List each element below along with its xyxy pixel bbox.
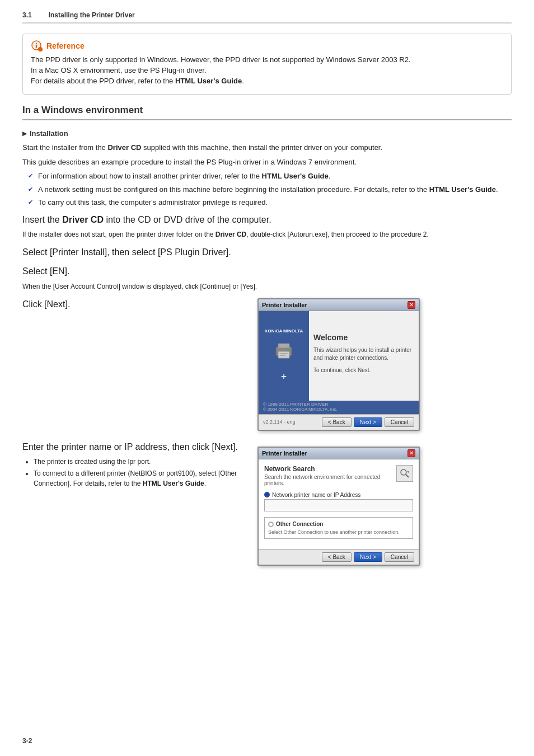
step-3-main: Select [EN].	[22, 265, 512, 278]
section-number: 3.1	[22, 11, 32, 19]
section-heading: In a Windows environment	[22, 105, 512, 120]
network-header-text: Network Search Search the network enviro…	[264, 465, 393, 486]
network-field-area: Network printer name or IP Address	[264, 492, 413, 511]
page-footer: 3-2	[22, 737, 32, 745]
network-heading: Network Search	[264, 465, 393, 473]
reference-heading: Reference	[46, 41, 85, 50]
step-5-left: Enter the printer name or IP address, th…	[22, 441, 257, 493]
network-titlebar: Printer Installer ✕	[259, 448, 419, 459]
welcome-footer: v2.2.114 - eng < Back Next > Cancel	[259, 414, 419, 430]
network-window-title: Printer Installer	[262, 450, 307, 457]
welcome-window-title: Printer Installer	[262, 302, 307, 308]
other-connection-label: Other Connection	[276, 521, 323, 527]
installation-para1: Start the installer from the Driver CD s…	[22, 142, 512, 153]
installation-bullets: For information about how to install ano…	[28, 171, 512, 208]
bullet-item-2: A network setting must be configured on …	[28, 184, 512, 195]
step-5-bullet-2: To connect to a different printer (NetBI…	[34, 468, 246, 489]
welcome-content: KONICA MINOLTA	[259, 311, 419, 401]
network-field-label: Network printer name or IP Address	[272, 492, 360, 498]
welcome-heading: Welcome	[313, 333, 414, 342]
step-5-right: Printer Installer ✕ Network Search Searc…	[257, 441, 512, 566]
step-4-left: Click [Next].	[22, 298, 257, 314]
step-1: Insert the Driver CD into the CD or DVD …	[22, 214, 512, 240]
network-input-field[interactable]	[267, 503, 410, 509]
section-title: Installing the Printer Driver	[49, 11, 135, 19]
bullet-item-3: To carry out this task, the computer's a…	[28, 197, 512, 208]
welcome-text1: This wizard helps you to install a print…	[313, 346, 414, 362]
printer-icon	[273, 339, 295, 365]
network-option-box: Other Connection Select Other Connection…	[264, 517, 413, 539]
network-cancel-button[interactable]: Cancel	[385, 552, 414, 562]
network-buttons: < Back Next > Cancel	[322, 552, 414, 562]
svg-point-1	[36, 43, 37, 44]
network-next-button[interactable]: Next >	[354, 552, 382, 562]
network-subheading: Search the network environment for conne…	[264, 474, 393, 486]
back-button[interactable]: < Back	[322, 417, 352, 427]
welcome-close-button[interactable]: ✕	[407, 301, 415, 309]
welcome-text2: To continue, click Next.	[313, 367, 414, 374]
network-back-button[interactable]: < Back	[322, 552, 352, 562]
network-search-icon	[396, 465, 413, 482]
welcome-buttons: < Back Next > Cancel	[322, 417, 414, 427]
reference-icon	[31, 40, 43, 52]
copyright-line1: © 1998-2011 PRINTER DRIVER	[263, 402, 414, 407]
other-connection-sub: Select Other Connection to use another p…	[268, 529, 409, 535]
step-2: Select [Printer Install], then select [P…	[22, 246, 512, 259]
welcome-left-panel: KONICA MINOLTA	[259, 311, 309, 401]
ref-line-1: The PPD driver is only supported in Wind…	[31, 55, 503, 64]
page: 3.1 Installing the Printer Driver Refere…	[0, 0, 534, 756]
svg-rect-9	[280, 353, 288, 354]
network-close-button[interactable]: ✕	[407, 449, 415, 457]
reference-body: The PPD driver is only supported in Wind…	[31, 55, 503, 85]
cancel-button[interactable]: Cancel	[385, 417, 414, 427]
welcome-right-panel: Welcome This wizard helps you to install…	[309, 311, 419, 401]
ref-line-2: In a Mac OS X environment, use the PS Pl…	[31, 66, 503, 74]
network-body: Network Search Search the network enviro…	[259, 459, 419, 549]
brand-logo: KONICA MINOLTA	[265, 328, 303, 334]
copyright-area: © 1998-2011 PRINTER DRIVER © 2004-2011 K…	[259, 401, 419, 414]
network-radio-2[interactable]	[268, 522, 274, 527]
welcome-window: Printer Installer ✕ KONICA MINOLTA	[257, 298, 420, 431]
reference-box: Reference The PPD driver is only support…	[22, 34, 512, 95]
bullet-item-1: For information about how to install ano…	[28, 171, 512, 182]
welcome-titlebar: Printer Installer ✕	[259, 299, 419, 311]
version-label: v2.2.114 - eng	[263, 419, 296, 425]
step-5: Enter the printer name or IP address, th…	[22, 441, 512, 566]
step-4: Click [Next]. Printer Installer ✕ KONICA…	[22, 298, 512, 431]
network-header-row: Network Search Search the network enviro…	[264, 465, 413, 486]
step-5-bullets: The printer is created using the lpr por…	[34, 457, 246, 489]
svg-marker-13	[407, 471, 409, 473]
svg-point-8	[287, 349, 289, 351]
step-1-main: Insert the Driver CD into the CD or DVD …	[22, 214, 512, 226]
step-1-sub: If the installer does not start, open th…	[22, 229, 512, 240]
reference-title-row: Reference	[31, 40, 503, 52]
ref-line-3: For details about the PPD driver, refer …	[31, 77, 503, 85]
step-5-main: Enter the printer name or IP address, th…	[22, 441, 246, 453]
installation-subheading: Installation	[22, 129, 512, 138]
svg-rect-10	[280, 355, 285, 356]
network-input-box	[264, 499, 413, 511]
page-number: 3-2	[22, 737, 32, 745]
network-radio-row-2: Other Connection	[268, 521, 409, 528]
next-button[interactable]: Next >	[354, 417, 382, 427]
step-3: Select [EN]. When the [User Account Cont…	[22, 265, 512, 291]
step-5-bullet-1: The printer is created using the lpr por…	[34, 457, 246, 467]
svg-point-11	[401, 469, 406, 475]
step-3-sub: When the [User Account Control] window i…	[22, 281, 512, 292]
copyright-line2: © 2004-2011 KONICA MINOLTA, Inc.	[263, 407, 414, 412]
network-radio-1[interactable]	[264, 492, 270, 497]
plus-icon: +	[281, 371, 287, 383]
step-2-main: Select [Printer Install], then select [P…	[22, 246, 512, 259]
svg-rect-6	[278, 344, 289, 348]
network-footer: < Back Next > Cancel	[259, 549, 419, 565]
step-4-main: Click [Next].	[22, 298, 246, 311]
network-window: Printer Installer ✕ Network Search Searc…	[257, 447, 420, 566]
network-radio-row-1: Network printer name or IP Address	[264, 492, 413, 498]
svg-line-12	[406, 475, 409, 477]
svg-rect-2	[36, 45, 37, 48]
installation-para2: This guide describes an example procedur…	[22, 157, 512, 168]
step-4-right: Printer Installer ✕ KONICA MINOLTA	[257, 298, 512, 431]
top-header: 3.1 Installing the Printer Driver	[22, 11, 512, 24]
